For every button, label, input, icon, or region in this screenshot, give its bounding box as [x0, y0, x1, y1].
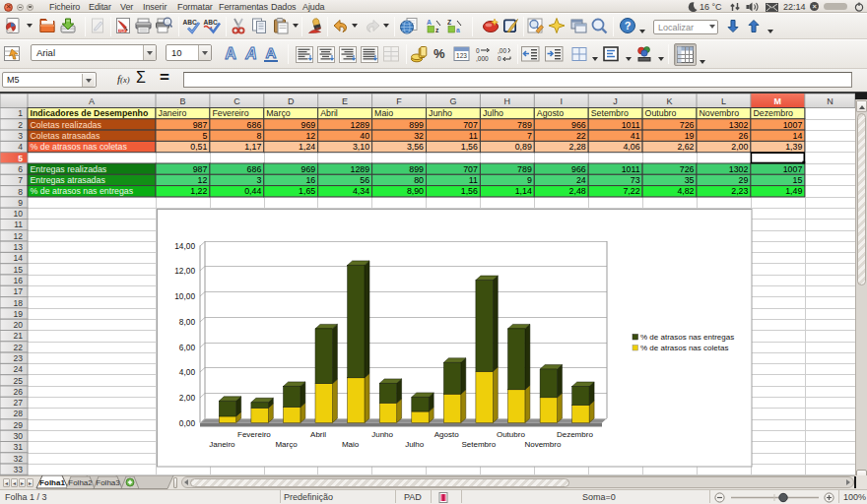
svg-text:12: 12 — [305, 131, 315, 141]
svg-text:969: 969 — [301, 120, 316, 130]
svg-text:899: 899 — [409, 120, 424, 130]
svg-text:11: 11 — [14, 220, 23, 229]
svg-text:789: 789 — [517, 120, 532, 130]
svg-text:899: 899 — [409, 164, 424, 174]
svg-text:% de atrasos nas coletas: % de atrasos nas coletas — [31, 142, 128, 152]
svg-text:0,51: 0,51 — [190, 142, 207, 152]
svg-text:15: 15 — [14, 265, 24, 275]
svg-text:1011: 1011 — [622, 164, 640, 174]
svg-text:Maio: Maio — [374, 108, 393, 118]
svg-text:1289: 1289 — [351, 164, 370, 174]
svg-text:12: 12 — [14, 231, 24, 241]
svg-text:1,22: 1,22 — [190, 186, 207, 196]
svg-text:Agosto: Agosto — [434, 430, 459, 439]
svg-text:25: 25 — [14, 376, 24, 386]
svg-text:Fevereiro: Fevereiro — [212, 108, 248, 118]
svg-text:8,00: 8,00 — [179, 317, 196, 327]
svg-text:2,23: 2,23 — [731, 186, 748, 196]
svg-text:11: 11 — [469, 131, 478, 141]
svg-text:707: 707 — [463, 120, 478, 130]
svg-text:4,82: 4,82 — [677, 186, 694, 196]
svg-text:Setembro: Setembro — [461, 440, 496, 449]
svg-text:Janeiro: Janeiro — [159, 108, 187, 118]
svg-text:2,00: 2,00 — [179, 393, 196, 403]
svg-text:10: 10 — [14, 209, 24, 219]
svg-text:16: 16 — [305, 175, 315, 185]
svg-text:4,34: 4,34 — [353, 186, 369, 196]
svg-text:35: 35 — [685, 175, 695, 185]
svg-text:17: 17 — [14, 286, 24, 296]
svg-text:Setembro: Setembro — [591, 108, 629, 118]
svg-text:I: I — [561, 96, 564, 106]
svg-text:Agosto: Agosto — [537, 108, 564, 118]
svg-text:32: 32 — [414, 131, 424, 141]
svg-text:969: 969 — [301, 164, 316, 174]
svg-text:9: 9 — [527, 175, 532, 185]
svg-text:32: 32 — [14, 454, 24, 464]
svg-text:Março: Março — [266, 108, 291, 118]
svg-text:30: 30 — [14, 431, 24, 441]
svg-text:Julho: Julho — [483, 108, 503, 118]
svg-text:2: 2 — [18, 120, 23, 130]
svg-text:1,14: 1,14 — [515, 186, 532, 196]
svg-text:1011: 1011 — [622, 120, 640, 130]
svg-text:L: L — [721, 96, 726, 106]
svg-text:966: 966 — [571, 164, 586, 174]
svg-text:24: 24 — [14, 364, 24, 374]
svg-text:A: A — [266, 44, 277, 61]
svg-text:26: 26 — [739, 131, 749, 141]
svg-text:Julho: Julho — [405, 440, 425, 449]
svg-text:D: D — [288, 96, 295, 106]
svg-text:F: F — [396, 96, 402, 106]
svg-text:707: 707 — [463, 164, 478, 174]
svg-text:726: 726 — [680, 164, 695, 174]
svg-text:7,22: 7,22 — [623, 186, 639, 196]
svg-text:29: 29 — [14, 420, 24, 430]
svg-text:987: 987 — [193, 164, 208, 174]
svg-text:4,06: 4,06 — [623, 142, 639, 152]
svg-text:1,39: 1,39 — [785, 142, 802, 152]
svg-text:A: A — [244, 45, 257, 62]
svg-text:6,00: 6,00 — [179, 343, 196, 352]
svg-text:Dezembro: Dezembro — [557, 430, 593, 439]
svg-text:?: ? — [625, 20, 632, 32]
svg-text:Junho: Junho — [371, 430, 393, 439]
svg-text:Entregas realizadas: Entregas realizadas — [31, 164, 107, 174]
svg-text:123: 123 — [456, 52, 467, 59]
svg-text:Entregas atrasadas: Entregas atrasadas — [31, 175, 106, 185]
svg-text:73: 73 — [631, 175, 640, 185]
svg-text:3: 3 — [256, 175, 261, 185]
svg-text:Abril: Abril — [320, 108, 338, 118]
svg-text:21: 21 — [14, 331, 24, 341]
svg-text:Novembro: Novembro — [524, 440, 561, 449]
svg-text:80: 80 — [414, 175, 424, 185]
svg-text:H: H — [504, 96, 511, 106]
svg-text:5: 5 — [18, 154, 23, 163]
svg-text:Junho: Junho — [429, 108, 452, 118]
svg-text:14: 14 — [793, 131, 803, 141]
svg-text:23: 23 — [14, 353, 24, 363]
svg-text:3: 3 — [18, 131, 23, 141]
svg-text:20: 20 — [14, 320, 24, 330]
svg-text:4: 4 — [18, 142, 23, 152]
svg-text:10,00: 10,00 — [174, 291, 195, 301]
svg-text:1007: 1007 — [783, 120, 803, 130]
svg-text:% de atrasos nas coletas: % de atrasos nas coletas — [640, 344, 728, 352]
svg-text:16: 16 — [14, 276, 24, 285]
svg-text:Março: Março — [275, 440, 298, 449]
svg-text:11: 11 — [469, 175, 478, 185]
svg-text:K: K — [666, 96, 672, 106]
svg-text:24: 24 — [576, 175, 586, 185]
svg-text:% de atrasos nas entregas: % de atrasos nas entregas — [31, 186, 134, 196]
svg-text:19: 19 — [685, 131, 695, 141]
svg-text:0: 0 — [498, 55, 501, 62]
svg-text:2,62: 2,62 — [677, 142, 694, 152]
svg-text:Dezembro: Dezembro — [753, 108, 793, 118]
svg-text:E: E — [342, 96, 348, 106]
svg-text:40: 40 — [360, 131, 369, 141]
svg-text:B: B — [179, 96, 185, 106]
svg-text:14: 14 — [14, 253, 24, 263]
svg-text:26: 26 — [14, 387, 24, 397]
svg-text:27: 27 — [14, 398, 24, 408]
svg-text:Maio: Maio — [342, 440, 360, 449]
